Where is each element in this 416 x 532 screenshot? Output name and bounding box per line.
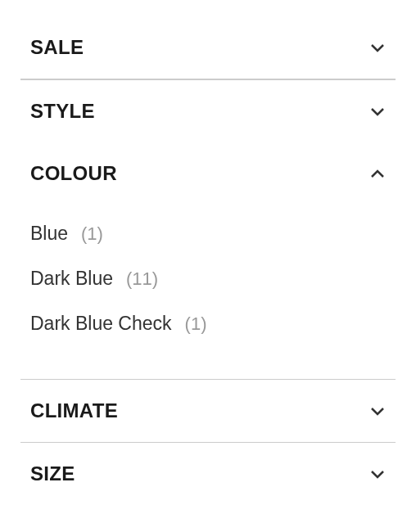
filter-title-sale: SALE [30,36,84,59]
filter-option-dark-blue-check[interactable]: Dark Blue Check (1) [30,301,386,346]
filter-header-sale[interactable]: SALE [20,16,396,79]
filter-header-size[interactable]: SIZE [20,443,396,505]
filter-section-style: STYLE [20,79,396,142]
filter-section-size: SIZE [20,443,396,505]
option-label: Blue [30,223,68,245]
option-label: Dark Blue Check [30,313,172,335]
filter-option-blue[interactable]: Blue (1) [30,211,386,256]
chevron-down-icon [368,464,387,484]
filter-title-climate: CLIMATE [30,399,118,422]
filter-section-colour: COLOUR Blue (1) Dark Blue (11) Dark Blue… [20,142,396,380]
filter-options-colour: Blue (1) Dark Blue (11) Dark Blue Check … [20,205,396,379]
option-count: (1) [185,313,207,335]
filter-title-size: SIZE [30,462,75,485]
chevron-down-icon [368,38,387,57]
option-label: Dark Blue [30,268,113,290]
filter-header-climate[interactable]: CLIMATE [20,380,396,442]
filter-section-sale: SALE [20,16,396,79]
filter-title-colour: COLOUR [30,162,117,185]
filter-header-colour[interactable]: COLOUR [20,142,396,205]
filter-header-style[interactable]: STYLE [20,80,396,142]
filter-option-dark-blue[interactable]: Dark Blue (11) [30,256,386,301]
chevron-down-icon [368,101,387,121]
chevron-down-icon [368,401,387,421]
chevron-up-icon [368,164,387,183]
filter-title-style: STYLE [30,100,95,123]
option-count: (1) [81,223,103,245]
filter-section-climate: CLIMATE [20,380,396,443]
option-count: (11) [126,268,158,290]
